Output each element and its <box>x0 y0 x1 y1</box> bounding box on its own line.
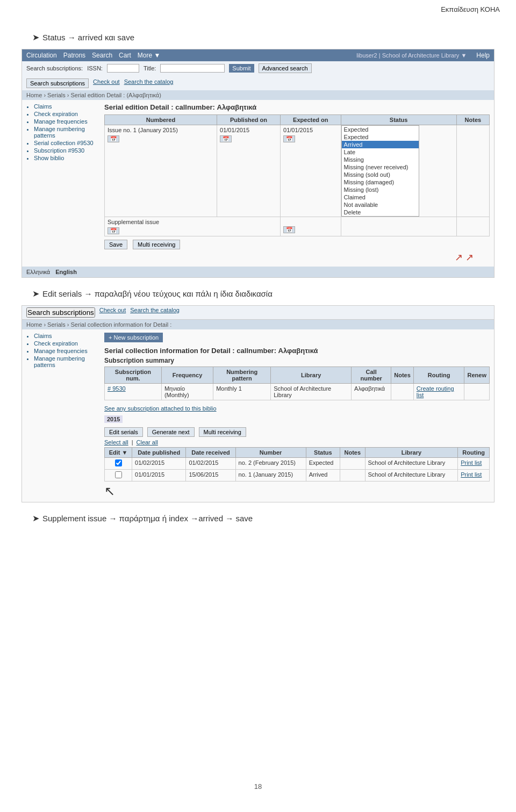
status-not-available[interactable]: Not available <box>342 201 419 209</box>
clear-all-link[interactable]: Clear all <box>137 439 158 445</box>
generate-next-button[interactable]: Generate next <box>147 427 195 437</box>
table-row-1: Issue no. 1 (January 2015) 📅 01/01/2015 … <box>105 125 490 217</box>
cell-status[interactable]: Expected Expected Arrived Late Missing M… <box>341 125 456 217</box>
nav-patrons[interactable]: Patrons <box>63 52 85 59</box>
status-missing-lost[interactable]: Missing (lost) <box>342 186 419 193</box>
calendar-icon-3[interactable]: 📅 <box>283 135 295 142</box>
select-all-link[interactable]: Select all <box>104 439 128 445</box>
sidebar-item-sub-1[interactable]: Subscription #9530 <box>34 147 96 154</box>
issue-th-routing: Routing <box>458 448 490 458</box>
see-any-link[interactable]: See any subscription attached to this bi… <box>104 404 490 413</box>
multi-receiving-button-1[interactable]: Multi receiving <box>133 240 180 249</box>
calendar-icon-2[interactable]: 📅 <box>220 135 232 142</box>
arrow-annotation-1: ↗ ↗ <box>104 251 490 263</box>
status-missing-sold[interactable]: Missing (sold out) <box>342 171 419 178</box>
issue-check-input-1[interactable] <box>115 459 122 466</box>
calendar-icon-5[interactable]: 📅 <box>283 226 295 233</box>
nav-more[interactable]: More ▼ <box>138 52 161 59</box>
screenshot-box-1: Circulation Patrons Search Cart More ▼ l… <box>22 49 494 278</box>
year-badge: 2015 <box>104 415 123 423</box>
sub-routing[interactable]: Create routing list <box>413 384 464 400</box>
top-partial-bar: Search subscriptions Check out Search th… <box>22 306 494 320</box>
issue-date-rec-1: 01/02/2015 <box>186 458 235 470</box>
sub-th-freq: Frequency <box>161 367 213 384</box>
status-missing-damaged[interactable]: Missing (damaged) <box>342 178 419 186</box>
status-late[interactable]: Late <box>342 148 419 156</box>
sub-frequency: Μηνιαίο (Monthly) <box>161 384 213 400</box>
search-sub-btn-2[interactable]: Search subscriptions <box>26 307 95 318</box>
sub-callnum: Αλφαβητικά <box>352 384 391 400</box>
issue-checkbox-2[interactable] <box>105 470 132 482</box>
subscription-row: # 9530 Μηνιαίο (Monthly) Monthly 1 Schoo… <box>105 384 490 400</box>
nav-circulation[interactable]: Circulation <box>26 52 57 59</box>
advanced-search-button[interactable]: Advanced search <box>259 63 312 73</box>
checkout-link[interactable]: Check out <box>93 78 120 88</box>
search-subscriptions-button[interactable]: Search subscriptions <box>26 78 89 88</box>
calendar-icon-4[interactable]: 📅 <box>108 227 119 234</box>
issn-input[interactable] <box>107 64 139 73</box>
lang-greek[interactable]: Ελληνικά <box>26 269 50 275</box>
sidebar-item-serial-col-1[interactable]: Serial collection #9530 <box>34 140 96 146</box>
sub-renew <box>464 384 490 400</box>
checkout-link-2[interactable]: Check out <box>99 307 126 318</box>
issn-label: ISSN: <box>87 65 103 71</box>
sidebar-item-check-exp-1[interactable]: Check expiration <box>34 111 96 117</box>
sidebar-item-freq-2[interactable]: Manage frequencies <box>34 348 96 354</box>
sub-summary-label: Subscription summary <box>104 357 490 364</box>
sidebar-item-freq-1[interactable]: Manage frequencies <box>34 118 96 125</box>
sidebar-item-num-1[interactable]: Manage numbering patterns <box>34 126 96 139</box>
sub-num[interactable]: # 9530 <box>105 384 162 400</box>
status-expected-2[interactable]: Expected <box>342 133 419 141</box>
sidebar-item-num-2[interactable]: Manage numbering patterns <box>34 355 96 368</box>
search-catalog-link[interactable]: Search the catalog <box>124 78 174 88</box>
section3-title: ➤ Supplement issue → παράρτημα ή index →… <box>32 513 500 523</box>
sub-th-pattern: Numbering pattern <box>213 367 271 384</box>
status-missing[interactable]: Missing <box>342 156 419 163</box>
multi-receiving-button-2[interactable]: Multi receiving <box>199 427 246 437</box>
nav-cart[interactable]: Cart <box>119 52 131 59</box>
sidebar-1: Claims Check expiration Manage frequenci… <box>22 100 100 267</box>
catalog-link-2[interactable]: Search the catalog <box>130 307 180 318</box>
status-arrived[interactable]: Arrived <box>342 141 419 148</box>
col-notes: Notes <box>456 115 489 125</box>
status-delete[interactable]: Delete <box>342 209 419 216</box>
sidebar-item-biblio-1[interactable]: Show biblio <box>34 155 96 161</box>
nav-help[interactable]: Help <box>476 52 490 59</box>
section3-label: Supplement issue → παράρτημα ή index →ar… <box>42 514 253 523</box>
calendar-icon-1[interactable]: 📅 <box>108 135 119 142</box>
main-content: ➤ Status → arrived και save Circulation … <box>0 16 516 546</box>
issue-notes-2 <box>340 470 365 482</box>
issue-routing-2[interactable]: Print list <box>458 470 490 482</box>
nav-search[interactable]: Search <box>92 52 112 59</box>
status-claimed[interactable]: Claimed <box>342 193 419 201</box>
issue-checkbox-1[interactable] <box>105 458 132 470</box>
cell-supp-status <box>341 217 456 236</box>
sub-pattern: Monthly 1 <box>213 384 271 400</box>
ss-main-1: Serial edition Detail : callnumber: Αλφα… <box>100 100 494 267</box>
sidebar-item-check-exp-2[interactable]: Check expiration <box>34 340 96 347</box>
status-expected-1[interactable]: Expected <box>342 126 419 133</box>
issue-date-pub-1: 01/02/2015 <box>132 458 186 470</box>
status-missing-never[interactable]: Missing (never received) <box>342 163 419 171</box>
sub-th-num: Subscription num. <box>105 367 162 384</box>
sidebar-item-claims-1[interactable]: Claims <box>34 103 96 110</box>
new-subscription-button[interactable]: + New subscription <box>104 333 163 342</box>
issue-th-edit[interactable]: Edit ▼ <box>105 448 132 458</box>
koha-navbar-1: Circulation Patrons Search Cart More ▼ l… <box>22 49 494 61</box>
save-button-1[interactable]: Save <box>104 240 127 249</box>
search-label: Search subscriptions: <box>26 65 83 71</box>
status-dropdown[interactable]: Expected Expected Arrived Late Missing M… <box>341 125 419 217</box>
cell-notes <box>456 125 489 217</box>
title-input[interactable] <box>160 64 225 73</box>
submit-button[interactable]: Submit <box>229 64 254 73</box>
lang-english[interactable]: English <box>55 269 77 275</box>
issue-th-notes: Notes <box>340 448 365 458</box>
page-footer: 18 <box>0 772 516 801</box>
issue-routing-1[interactable]: Print list <box>458 458 490 470</box>
edit-serials-button[interactable]: Edit serials <box>104 427 143 437</box>
sub-th-callnum: Call number <box>352 367 391 384</box>
section1-label: Status → arrived και save <box>42 33 134 42</box>
sidebar-item-claims-2[interactable]: Claims <box>34 333 96 339</box>
issue-check-input-2[interactable] <box>115 471 122 478</box>
table-row-supplemental: Supplemental issue 📅 📅 <box>105 217 490 236</box>
